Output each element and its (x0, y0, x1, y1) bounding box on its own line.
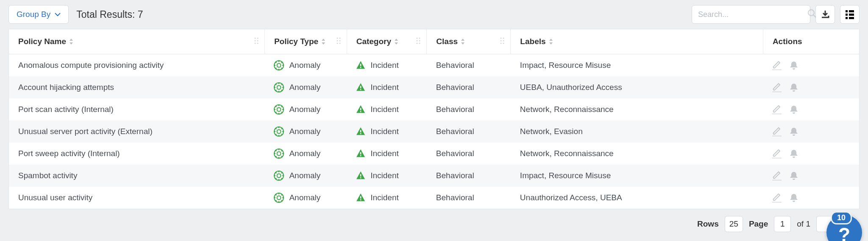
total-results-label: Total Results: 7 (76, 9, 143, 20)
group-by-label: Group By (17, 10, 50, 19)
bell-icon[interactable] (789, 193, 798, 202)
cell-labels: Network, Reconnaissance (511, 98, 763, 120)
cell-class: Behavioral (427, 98, 511, 120)
cell-policy-type: Anomaly (264, 165, 347, 187)
cell-class: Behavioral (427, 143, 511, 165)
incident-icon (356, 149, 365, 158)
cell-labels: Network, Reconnaissance (511, 143, 763, 165)
col-header-labels[interactable]: Labels (511, 29, 763, 54)
cell-actions (763, 98, 859, 120)
bell-icon[interactable] (789, 105, 798, 114)
edit-icon[interactable] (772, 61, 782, 70)
page-label: Page (749, 219, 768, 229)
anomaly-icon (274, 104, 284, 115)
cell-actions (763, 120, 859, 143)
table-row[interactable]: Port scan activity (Internal)AnomalyInci… (9, 98, 859, 120)
col-header-policy-name[interactable]: Policy Name (9, 29, 264, 54)
col-label: Category (356, 37, 391, 46)
cell-policy-name: Port scan activity (Internal) (9, 98, 264, 120)
drag-handle-icon[interactable] (254, 37, 259, 46)
cell-policy-type: Anomaly (264, 143, 347, 165)
cell-policy-name: Anomalous compute provisioning activity (9, 54, 264, 77)
cell-category: Incident (347, 165, 427, 187)
edit-icon[interactable] (772, 149, 782, 158)
sort-icon[interactable] (322, 39, 325, 45)
cell-labels: Impact, Resource Misuse (511, 54, 763, 77)
col-label: Policy Name (18, 37, 66, 46)
pager: Rows 25 Page 1 of 1 (0, 209, 868, 232)
cell-class: Behavioral (427, 165, 511, 187)
cell-policy-type: Anomaly (264, 76, 347, 98)
sort-icon[interactable] (395, 39, 398, 45)
table-row[interactable]: Account hijacking attemptsAnomalyInciden… (9, 76, 859, 98)
sort-icon[interactable] (549, 39, 553, 45)
table-row[interactable]: Unusual user activityAnomalyIncidentBeha… (9, 187, 859, 209)
chevron-down-icon (55, 11, 61, 17)
sort-icon[interactable] (461, 39, 465, 45)
search-input[interactable] (692, 6, 802, 23)
cell-actions (763, 165, 859, 187)
cell-policy-type: Anomaly (264, 120, 347, 143)
search-field[interactable] (692, 5, 810, 24)
cell-policy-name: Spambot activity (9, 165, 264, 187)
drag-handle-icon[interactable] (337, 37, 341, 46)
cell-labels: Impact, Resource Misuse (511, 165, 763, 187)
anomaly-icon (274, 193, 284, 203)
cell-category: Incident (347, 143, 427, 165)
group-by-button[interactable]: Group By (8, 5, 69, 24)
cell-class: Behavioral (427, 76, 511, 98)
drag-handle-icon[interactable] (500, 37, 504, 46)
search-icon[interactable] (802, 9, 822, 20)
drag-handle-icon[interactable] (416, 37, 420, 46)
edit-icon[interactable] (772, 127, 782, 136)
table-row[interactable]: Spambot activityAnomalyIncidentBehaviora… (9, 165, 859, 187)
cell-category: Incident (347, 187, 427, 209)
bell-icon[interactable] (789, 61, 798, 70)
col-header-category[interactable]: Category (347, 29, 427, 54)
col-header-class[interactable]: Class (427, 29, 511, 54)
cell-policy-name: Port sweep activity (Internal) (9, 143, 264, 165)
edit-icon[interactable] (772, 171, 782, 180)
columns-button[interactable] (840, 5, 860, 24)
cell-policy-name: Unusual server port activity (External) (9, 120, 264, 143)
cell-policy-name: Account hijacking attempts (9, 76, 264, 98)
cell-policy-type: Anomaly (264, 54, 347, 77)
cell-labels: UEBA, Unauthorized Access (511, 76, 763, 98)
edit-icon[interactable] (772, 83, 782, 92)
col-label: Policy Type (274, 37, 318, 46)
anomaly-icon (274, 82, 284, 92)
anomaly-icon (274, 60, 284, 70)
rows-per-page-select[interactable]: 25 (725, 216, 743, 232)
edit-icon[interactable] (772, 193, 782, 202)
bell-icon[interactable] (789, 83, 798, 92)
cell-class: Behavioral (427, 187, 511, 209)
sort-icon[interactable] (70, 39, 73, 45)
cell-category: Incident (347, 120, 427, 143)
incident-icon (356, 83, 365, 92)
bell-icon[interactable] (789, 171, 798, 180)
anomaly-icon (274, 171, 284, 181)
bell-icon[interactable] (789, 127, 798, 136)
cell-labels: Unauthorized Access, UEBA (511, 187, 763, 209)
incident-icon (356, 105, 365, 114)
anomaly-icon (274, 149, 284, 159)
cell-category: Incident (347, 76, 427, 98)
of-label: of 1 (797, 219, 810, 229)
col-label: Labels (520, 37, 545, 46)
columns-icon (845, 10, 854, 19)
bell-icon[interactable] (789, 149, 798, 158)
page-input[interactable]: 1 (774, 216, 791, 232)
table-row[interactable]: Port sweep activity (Internal)AnomalyInc… (9, 143, 859, 165)
col-label: Actions (773, 37, 802, 46)
table-row[interactable]: Unusual server port activity (External)A… (9, 120, 859, 143)
cell-category: Incident (347, 98, 427, 120)
cell-labels: Network, Evasion (511, 120, 763, 143)
toolbar: Group By Total Results: 7 (0, 0, 868, 29)
table-row[interactable]: Anomalous compute provisioning activityA… (9, 54, 859, 77)
download-icon (821, 10, 830, 19)
edit-icon[interactable] (772, 105, 782, 114)
col-header-policy-type[interactable]: Policy Type (264, 29, 347, 54)
rows-label: Rows (697, 219, 719, 229)
cell-class: Behavioral (427, 54, 511, 77)
help-count-badge: 10 (831, 211, 852, 224)
